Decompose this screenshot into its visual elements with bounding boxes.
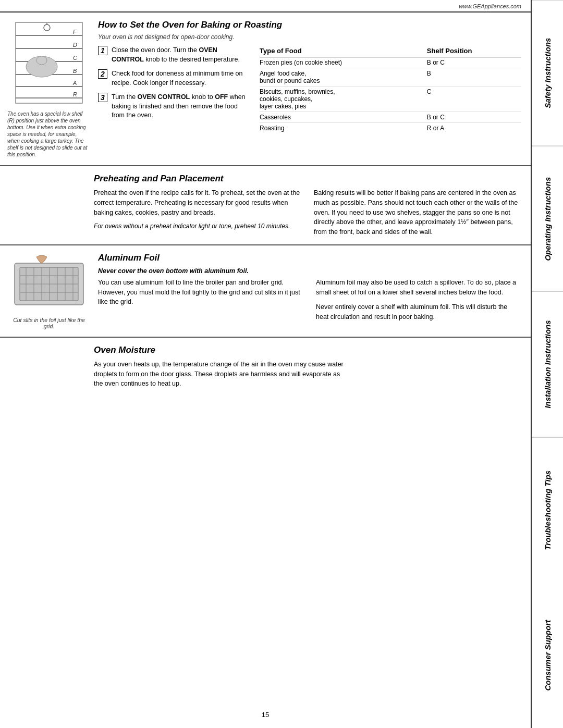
step-2-text: Check food for doneness at minimum time … [112, 69, 249, 88]
right-sidebar: Safety Instructions Operating Instructio… [531, 0, 563, 728]
sidebar-consumer: Consumer Support [532, 583, 563, 728]
foil-section: Cut slits in the foil just like the grid… [0, 245, 531, 338]
svg-point-14 [36, 56, 47, 65]
oven-diagram: F D C B A R [10, 20, 88, 107]
svg-text:D: D [73, 42, 77, 48]
table-row: Frozen pies (on cookie sheet) B or C [260, 57, 521, 68]
preheat-columns: Preheat the oven if the recipe calls for… [94, 188, 521, 237]
step-2: 2 Check food for doneness at minimum tim… [98, 69, 249, 88]
foil-instructions: Aluminum Foil Never cover the oven botto… [98, 253, 521, 329]
step-1: 1 Close the oven door. Turn the OVEN CON… [98, 46, 249, 64]
position-cell: B [427, 68, 521, 87]
position-cell: R or A [427, 123, 521, 134]
table-row: Angel food cake,bundt or pound cakes B [260, 68, 521, 87]
baking-image-area: F D C B A R The oven has a special low s… [7, 20, 91, 158]
foil-left-text: You can use aluminum foil to line the br… [98, 278, 303, 307]
step-3: 3 Turn the OVEN CONTROL knob to OFF when… [98, 93, 249, 120]
foil-title: Aluminum Foil [98, 253, 521, 263]
svg-text:C: C [73, 55, 77, 61]
position-cell: B or C [427, 112, 521, 123]
preheat-title: Preheating and Pan Placement [94, 174, 521, 184]
food-cell: Angel food cake,bundt or pound cakes [260, 68, 427, 87]
baking-subtitle: Your oven is not designed for open-door … [98, 33, 521, 41]
step-1-text: Close the oven door. Turn the OVEN CONTR… [112, 46, 249, 64]
svg-text:B: B [73, 68, 77, 74]
foil-right-text2: Never entirely cover a shelf with alumin… [316, 302, 521, 322]
moisture-title: Oven Moisture [94, 345, 521, 355]
sidebar-operating: Operating Instructions [532, 146, 563, 292]
step-3-text: Turn the OVEN CONTROL knob to OFF when b… [112, 93, 249, 120]
table-row: Biscuits, muffins, brownies,cookies, cup… [260, 87, 521, 112]
food-cell: Casseroles [260, 112, 427, 123]
foil-caption: Cut slits in the foil just like the grid… [7, 317, 91, 329]
moisture-text: As your oven heats up, the temperature c… [94, 360, 344, 389]
foil-diagram [10, 253, 88, 314]
foil-right: Aluminum foil may also be used to catch … [316, 278, 521, 322]
step-num-1: 1 [98, 46, 107, 55]
preheat-right-text: Baking results will be better if baking … [314, 188, 521, 237]
foil-image-area: Cut slits in the foil just like the grid… [7, 253, 91, 329]
svg-text:R: R [73, 91, 77, 97]
preheat-section: Preheating and Pan Placement Preheat the… [0, 166, 531, 245]
foil-left: You can use aluminum foil to line the br… [98, 278, 303, 322]
instructions-right: Type of Food Shelf Position Frozen pies … [260, 46, 521, 133]
position-cell: C [427, 87, 521, 112]
sidebar-safety: Safety Instructions [532, 0, 563, 146]
preheat-left-text: Preheat the oven if the recipe calls for… [94, 188, 301, 217]
instructions-row: 1 Close the oven door. Turn the OVEN CON… [98, 46, 521, 133]
baking-image-caption: The oven has a special low shelf (R) pos… [7, 110, 91, 158]
foil-warning: Never cover the oven bottom with aluminu… [98, 267, 521, 275]
moisture-section: Oven Moisture As your oven heats up, the… [0, 338, 531, 396]
table-row: Roasting R or A [260, 123, 521, 134]
col-position-header: Shelf Position [427, 46, 521, 57]
table-row: Casseroles B or C [260, 112, 521, 123]
food-cell: Roasting [260, 123, 427, 134]
svg-text:F: F [73, 29, 77, 35]
food-cell: Frozen pies (on cookie sheet) [260, 57, 427, 68]
baking-instructions: How to Set the Oven for Baking or Roasti… [98, 20, 521, 158]
page-number: 15 [262, 711, 269, 719]
website-url: www.GEAppliances.com [459, 3, 521, 9]
foil-columns: You can use aluminum foil to line the br… [98, 278, 521, 322]
foil-right-text: Aluminum foil may also be used to catch … [316, 278, 521, 298]
baking-section: F D C B A R The oven has a special low s… [0, 13, 531, 166]
preheat-right: Baking results will be better if baking … [314, 188, 521, 237]
svg-text:A: A [72, 80, 77, 86]
sidebar-troubleshooting: Troubleshooting Tips [532, 437, 563, 583]
position-cell: B or C [427, 57, 521, 68]
main-content: www.GEAppliances.com F D C B A R [0, 0, 531, 728]
step-num-2: 2 [98, 69, 107, 79]
baking-title: How to Set the Oven for Baking or Roasti… [98, 20, 521, 30]
step-num-3: 3 [98, 93, 107, 102]
col-food-header: Type of Food [260, 46, 427, 57]
website-header: www.GEAppliances.com [0, 0, 531, 13]
preheat-left-note: For ovens without a preheat indicator li… [94, 221, 301, 231]
svg-point-15 [44, 24, 50, 31]
food-table: Type of Food Shelf Position Frozen pies … [260, 46, 521, 133]
preheat-left: Preheat the oven if the recipe calls for… [94, 188, 301, 237]
sidebar-installation: Installation Instructions [532, 291, 563, 437]
food-cell: Biscuits, muffins, brownies,cookies, cup… [260, 87, 427, 112]
instructions-left: 1 Close the oven door. Turn the OVEN CON… [98, 46, 249, 133]
